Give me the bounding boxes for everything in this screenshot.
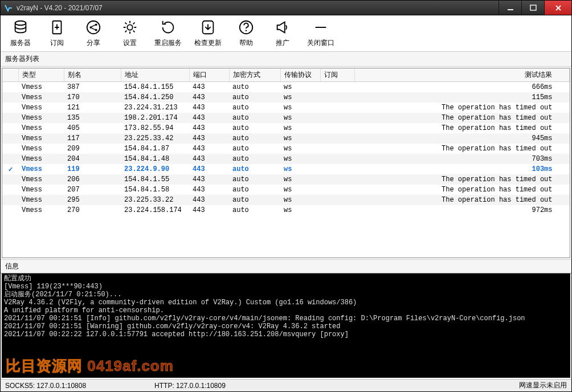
table-row[interactable]: Vmess135198.2.201.174443autowsThe operat… [2, 113, 570, 123]
active-indicator-icon: ✓ [8, 166, 13, 173]
window-title: v2rayN - V4.20 - 2021/07/07 [17, 4, 499, 12]
svg-rect-1 [530, 5, 536, 10]
minimize-line-icon [312, 19, 329, 36]
settings-menu[interactable]: 设置 [118, 19, 142, 48]
maximize-button[interactable] [521, 1, 544, 15]
server-table[interactable]: 类型 别名 地址 端口 加密方式 传输协议 订阅 测试结果 Vmess38715… [2, 68, 570, 258]
table-row[interactable]: Vmess207154.84.1.58443autowsThe operatio… [2, 185, 570, 195]
table-row[interactable]: ✓Vmess11923.224.9.90443autows103ms [2, 164, 570, 174]
table-row[interactable]: Vmess387154.84.1.155443autows666ms [2, 82, 570, 93]
server-list-label: 服务器列表 [1, 52, 571, 67]
server-menu[interactable]: 服务器 [9, 19, 32, 48]
help-icon [238, 19, 255, 36]
status-socks: SOCKS5: 127.0.0.1:10808 [5, 382, 86, 390]
table-row[interactable]: Vmess170154.84.1.250443autows115ms [2, 92, 570, 103]
table-row[interactable]: Vmess206154.84.1.55443autowsThe operatio… [2, 174, 570, 185]
app-icon [4, 3, 13, 13]
table-row[interactable]: Vmess209154.84.1.87443autowsThe operatio… [2, 144, 570, 154]
table-row[interactable]: Vmess12123.224.31.213443autowsThe operat… [2, 103, 570, 113]
share-icon [85, 19, 102, 36]
table-row[interactable]: Vmess29523.225.33.22443autowsThe operati… [2, 195, 570, 205]
bookmark-icon [48, 19, 66, 36]
close-window-button[interactable]: 关闭窗口 [307, 19, 334, 48]
megaphone-icon [274, 19, 291, 36]
update-button[interactable]: 检查更新 [194, 19, 222, 48]
table-row[interactable]: Vmess405173.82.55.94443autowsThe operati… [2, 123, 570, 133]
status-net: 网速显示未启用 [519, 381, 567, 390]
restart-button[interactable]: 重启服务 [154, 19, 182, 48]
svg-rect-12 [316, 27, 326, 28]
table-row[interactable]: Vmess11723.225.33.42443autows945ms [2, 133, 570, 144]
svg-point-4 [87, 21, 100, 34]
svg-rect-0 [508, 9, 513, 10]
info-label: 信息 [1, 259, 571, 273]
status-http: HTTP: 127.0.0.1:10809 [154, 382, 226, 390]
subscribe-menu[interactable]: 订阅 [45, 19, 69, 48]
log-console[interactable]: 配置成功 [Vmess] 119(23***90:443) 启动服务(2021/… [2, 273, 570, 378]
promo-button[interactable]: 推广 [271, 19, 295, 48]
table-row[interactable]: Vmess204154.84.1.48443autows703ms [2, 154, 570, 164]
svg-point-2 [15, 21, 26, 26]
minimize-button[interactable] [499, 1, 521, 15]
close-button[interactable] [544, 1, 571, 15]
svg-point-8 [127, 24, 132, 30]
gear-icon [121, 19, 138, 36]
download-icon [199, 19, 216, 36]
restart-icon [160, 19, 177, 36]
statusbar: SOCKS5: 127.0.0.1:10808 HTTP: 127.0.0.1:… [1, 379, 571, 391]
help-menu[interactable]: 帮助 [234, 19, 258, 48]
table-header-row[interactable]: 类型 别名 地址 端口 加密方式 传输协议 订阅 测试结果 [2, 68, 570, 82]
share-menu[interactable]: 分享 [81, 19, 105, 48]
svg-point-11 [246, 30, 247, 31]
table-row[interactable]: Vmess27023.224.158.174443autows972ms [2, 205, 570, 215]
toolbar: 服务器 订阅 分享 设置 重启服务 检查更新 帮助 推广 [1, 15, 571, 52]
titlebar[interactable]: v2rayN - V4.20 - 2021/07/07 [1, 1, 571, 15]
server-icon [12, 19, 29, 36]
